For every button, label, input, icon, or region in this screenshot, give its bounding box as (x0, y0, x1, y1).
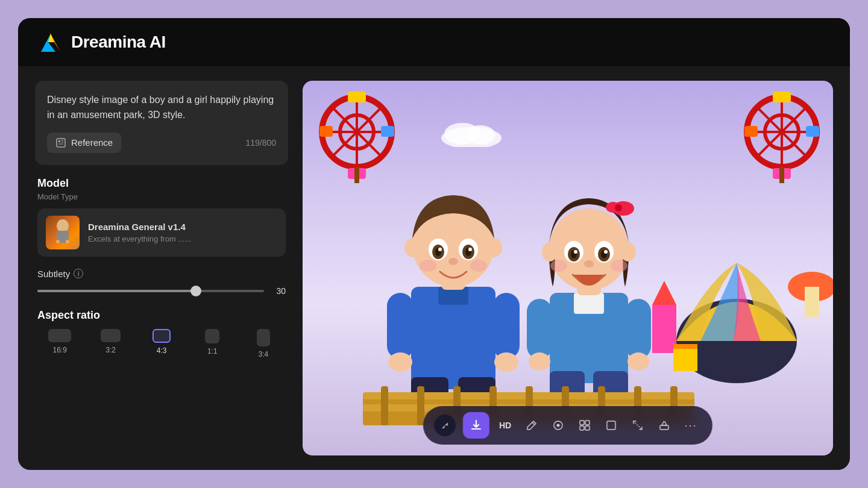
svg-point-61 (420, 260, 436, 272)
characters-svg (363, 154, 694, 425)
expand-button[interactable] (574, 414, 596, 436)
svg-point-62 (470, 260, 487, 272)
slider-thumb[interactable] (190, 286, 201, 296)
clouds-svg (435, 117, 508, 147)
aspect-label-3-2: 3:2 (105, 346, 116, 354)
aspect-item-1-1[interactable]: 1:1 (190, 329, 234, 358)
svg-rect-26 (744, 126, 758, 137)
model-section: Model Model Type (35, 177, 288, 257)
svg-point-76 (542, 242, 558, 261)
aspect-box-1-1 (205, 329, 219, 343)
download-button[interactable] (463, 412, 489, 439)
svg-rect-106 (580, 426, 584, 430)
aspect-label-3-4: 3:4 (258, 350, 268, 358)
reference-row: Reference 119/800 (47, 133, 276, 153)
aspect-item-4-3[interactable]: 4:3 (139, 329, 184, 358)
crop-icon (605, 419, 617, 431)
logo-text: Dreamina AI (71, 33, 166, 52)
slider-container (37, 285, 264, 297)
logo-icon (37, 29, 64, 55)
svg-point-6 (56, 240, 60, 243)
aspect-box-4-3 (153, 329, 171, 343)
svg-rect-35 (805, 287, 819, 317)
svg-rect-68 (626, 299, 651, 359)
subtlety-header: Subtlety i (37, 269, 286, 279)
model-section-title: Model (37, 177, 286, 190)
aspect-ratio-section: Aspect ratio 16:9 3:2 4:3 (35, 309, 288, 358)
svg-rect-104 (580, 421, 584, 425)
svg-rect-109 (660, 425, 668, 430)
subtlety-section: Subtlety i 30 (35, 269, 288, 297)
magic-icon (552, 419, 564, 431)
svg-rect-14 (348, 92, 366, 102)
nav-arrow-button[interactable] (434, 414, 456, 436)
model-card[interactable]: Dreamina General v1.4 Excels at everythi… (37, 208, 286, 257)
edit-button[interactable] (521, 414, 542, 436)
model-info: Dreamina General v1.4 Excels at everythi… (88, 222, 277, 243)
right-panel: HD (303, 81, 833, 455)
image-toolbar: HD (423, 406, 712, 445)
svg-rect-27 (806, 126, 819, 137)
svg-rect-108 (607, 421, 615, 430)
reference-button[interactable]: Reference (47, 133, 121, 153)
ferris-wheel-right-svg (740, 87, 824, 183)
aspect-item-16-9[interactable]: 16:9 (37, 329, 82, 358)
model-thumb-inner (46, 216, 80, 249)
svg-point-51 (485, 238, 502, 257)
svg-rect-67 (527, 299, 552, 359)
svg-point-60 (448, 258, 458, 265)
svg-rect-64 (574, 293, 604, 314)
svg-rect-25 (773, 92, 791, 102)
logo-area: Dreamina AI (37, 29, 166, 55)
erase-button[interactable] (653, 414, 675, 436)
svg-point-59 (468, 248, 472, 251)
aspect-item-3-2[interactable]: 3:2 (88, 329, 133, 358)
svg-point-58 (438, 248, 442, 251)
transform-button[interactable] (627, 414, 649, 436)
aspect-box-3-4 (257, 329, 270, 346)
more-icon: ··· (685, 419, 697, 432)
aspect-label-16-9: 16:9 (53, 346, 67, 354)
info-icon[interactable]: i (74, 269, 83, 278)
clouds (435, 117, 508, 149)
svg-point-75 (615, 204, 622, 211)
characters (363, 154, 694, 425)
svg-rect-92 (381, 386, 388, 425)
svg-point-70 (627, 352, 649, 371)
header: Dreamina AI (18, 18, 850, 66)
hd-button[interactable]: HD (494, 414, 516, 436)
left-panel: Disney style image of a boy and a girl h… (35, 81, 288, 455)
svg-point-46 (388, 352, 412, 372)
main-content: Disney style image of a boy and a girl h… (18, 66, 850, 470)
reference-icon (55, 137, 66, 148)
ferris-wheel-right (740, 87, 824, 171)
slider-value: 30 (271, 286, 286, 296)
prompt-box: Disney style image of a boy and a girl h… (35, 81, 288, 165)
svg-point-84 (574, 250, 577, 254)
svg-rect-16 (381, 126, 394, 137)
svg-point-103 (557, 424, 560, 427)
svg-point-85 (604, 250, 608, 254)
navigate-icon (439, 420, 450, 431)
download-icon (470, 419, 483, 432)
slider-row: 30 (37, 285, 286, 297)
aspect-label-1-1: 1:1 (207, 347, 218, 355)
erase-icon (658, 419, 670, 431)
svg-point-88 (611, 260, 627, 272)
subtlety-label: Subtlety (37, 269, 70, 279)
magic-button[interactable] (547, 414, 569, 436)
reference-label: Reference (71, 137, 113, 148)
aspect-box-3-2 (101, 329, 121, 342)
aspect-ratio-title: Aspect ratio (37, 309, 286, 322)
model-name: Dreamina General v1.4 (88, 222, 277, 232)
expand-icon (579, 419, 591, 431)
crop-button[interactable] (600, 414, 622, 436)
svg-point-32 (465, 125, 495, 145)
svg-point-47 (494, 352, 518, 372)
prompt-text: Disney style image of a boy and a girl h… (47, 93, 276, 123)
svg-rect-45 (493, 293, 520, 359)
aspect-item-3-4[interactable]: 3:4 (241, 329, 286, 358)
generated-image: HD (303, 81, 833, 455)
svg-marker-101 (442, 422, 448, 428)
more-button[interactable]: ··· (680, 414, 702, 436)
